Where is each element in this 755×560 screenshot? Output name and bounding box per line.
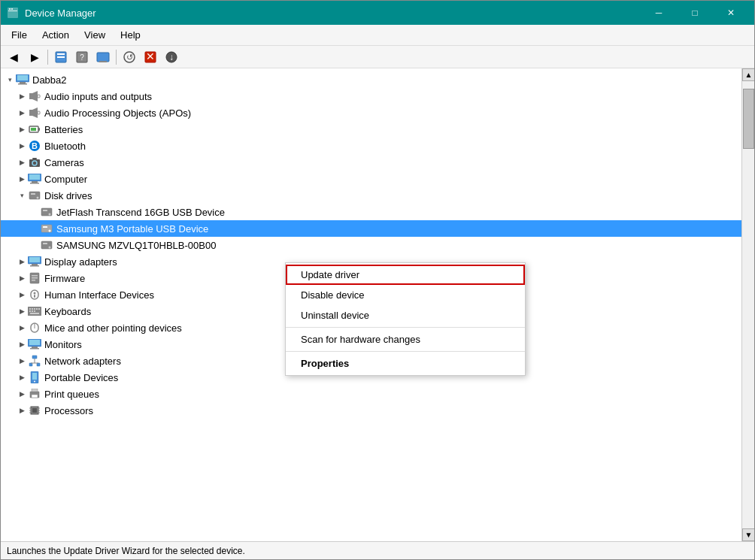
audio-io-label: Audio inputs and outputs [44,91,152,102]
expand-disk-drives[interactable]: ▾ [16,189,28,201]
menu-help[interactable]: Help [113,26,148,44]
display-icon [28,255,41,268]
portable-icon [28,371,41,384]
tree-item-samsung-mz[interactable]: SAMSUNG MZVLQ1T0HBLB-00B00 [1,237,741,253]
cameras-icon [28,156,41,169]
tree-root[interactable]: ▾ Dabba2 [1,71,741,88]
expand-hid[interactable]: ▶ [16,289,28,301]
tree-item-computer[interactable]: ▶ Computer [1,171,741,187]
expand-portable[interactable]: ▶ [16,371,28,383]
expand-processors[interactable]: ▶ [16,404,28,416]
expand-monitors[interactable]: ▶ [16,338,28,350]
tree-item-bluetooth[interactable]: ▶ B Bluetooth [1,138,741,154]
svg-rect-63 [29,308,31,310]
back-button[interactable]: ◀ [4,48,23,66]
svg-rect-53 [32,264,38,265]
scroll-down-button[interactable]: ▼ [742,528,754,541]
menu-file[interactable]: File [4,26,35,44]
samsung-m3-label: Samsung M3 Portable USB Device [56,223,208,235]
svg-rect-89 [32,395,38,398]
menu-bar: File Action View Help [1,25,754,46]
print-icon [28,387,41,401]
context-menu-disable-device[interactable]: Disable device [286,285,525,305]
scroll-up-button[interactable]: ▲ [742,68,754,81]
audio-apo-label: Audio Processing Objects (APOs) [44,107,191,119]
tree-item-disk-drives[interactable]: ▾ Disk drives [1,187,741,204]
forward-button[interactable]: ▶ [25,48,44,66]
separator-1 [47,50,48,65]
context-menu-separator-2 [286,351,525,352]
svg-rect-21 [29,93,32,99]
expand-root[interactable]: ▾ [4,74,16,86]
install-driver-button[interactable]: ↓ [162,48,181,66]
tree-item-batteries[interactable]: ▶ Batteries [1,121,741,138]
svg-text:B: B [32,141,38,150]
tree-item-print[interactable]: ▶ Print queues [1,386,741,402]
close-button[interactable]: ✕ [714,1,748,25]
scan-button[interactable]: ↺ [120,48,139,66]
minimize-button[interactable]: ─ [641,1,676,25]
scrollbar[interactable]: ▲ ▼ [741,68,754,541]
expand-computer[interactable]: ▶ [16,173,28,185]
disk-drives-icon [28,189,41,202]
expand-firmware[interactable]: ▶ [16,272,28,284]
expand-display[interactable]: ▶ [16,256,28,268]
firmware-label: Firmware [44,273,85,284]
update-driver-button[interactable]: ? [72,48,92,66]
expand-bluetooth[interactable]: ▶ [16,140,28,152]
tree-item-jetflash[interactable]: JetFlash Transcend 16GB USB Device [1,204,741,220]
expand-keyboards[interactable]: ▶ [16,305,28,317]
tree-item-processors[interactable]: ▶ Processors [1,402,741,419]
tree-item-samsung-m3[interactable]: Samsung M3 Portable USB Device [1,220,741,237]
svg-point-44 [49,213,51,216]
maximize-button[interactable]: □ [678,1,712,25]
menu-view[interactable]: View [77,26,113,44]
samsung-m3-icon [40,222,53,235]
context-menu-uninstall-device[interactable]: Uninstall device [286,305,525,325]
scroll-thumb[interactable] [743,89,754,149]
scroll-track[interactable] [742,81,754,528]
svg-text:?: ? [80,53,84,62]
tree-item-audio-apo[interactable]: ▶ Audio Processing Objects (APOs) [1,104,741,121]
svg-rect-23 [38,95,40,98]
bluetooth-label: Bluetooth [44,141,86,152]
context-menu-update-driver[interactable]: Update driver [286,265,525,285]
svg-rect-36 [29,174,40,180]
samsung-mz-label: SAMSUNG MZVLQ1T0HBLB-00B00 [56,240,216,251]
svg-rect-49 [43,243,47,244]
status-text: Launches the Update Driver Wizard for th… [7,546,245,556]
expand-batteries[interactable]: ▶ [16,123,28,135]
expand-network[interactable]: ▶ [16,355,28,367]
svg-rect-37 [32,181,38,183]
svg-rect-91 [32,408,37,413]
jetflash-icon [40,205,53,219]
svg-text:↓: ↓ [169,52,174,62]
menu-action[interactable]: Action [35,26,77,44]
svg-rect-26 [38,111,40,114]
remove-device-button[interactable]: ✕ [141,48,160,66]
disk-drives-label: Disk drives [44,190,92,201]
svg-rect-9 [97,53,109,62]
svg-rect-69 [32,310,33,312]
window-title: Device Manager [25,8,641,19]
device-info-button[interactable] [93,48,113,66]
svg-text:↺: ↺ [126,53,133,62]
hid-label: Human Interface Devices [44,289,154,301]
expand-audio-apo[interactable]: ▶ [16,107,28,119]
svg-rect-5 [57,53,65,55]
context-menu-properties[interactable]: Properties [286,353,525,374]
svg-rect-29 [31,128,36,131]
tree-item-audio-io[interactable]: ▶ Audio inputs and outputs [1,88,741,104]
expand-print[interactable]: ▶ [16,388,28,400]
properties-button[interactable] [51,48,71,66]
svg-rect-66 [36,308,38,310]
context-menu-scan-hardware[interactable]: Scan for hardware changes [286,329,525,350]
svg-rect-34 [32,158,37,159]
computer-label: Computer [44,174,87,185]
expand-cameras[interactable]: ▶ [16,156,28,168]
tree-item-cameras[interactable]: ▶ Cameras [1,154,741,171]
expand-mice[interactable]: ▶ [16,322,28,334]
print-label: Print queues [44,389,99,400]
expand-audio-io[interactable]: ▶ [16,90,28,102]
svg-rect-85 [32,373,37,380]
